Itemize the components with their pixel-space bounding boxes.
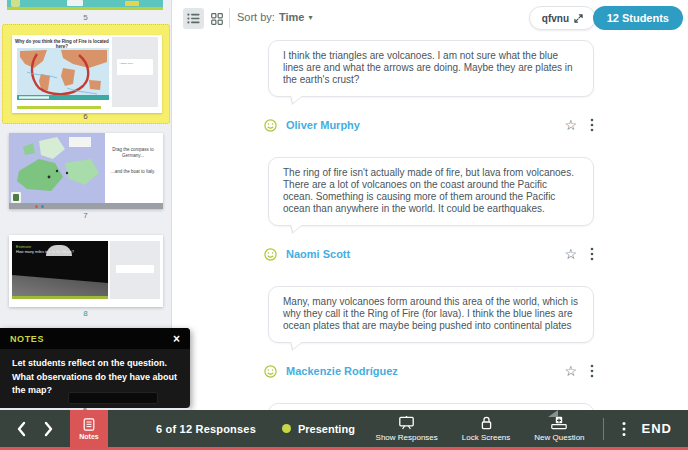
smiley-icon (264, 119, 277, 132)
more-options-icon[interactable] (590, 364, 594, 378)
slide5-decor (67, 0, 83, 6)
slide-thumbnail-8[interactable]: Estimate: How many miles is it to the Mo… (9, 235, 163, 307)
slide8-question: Estimate: How many miles is it to the Mo… (16, 245, 74, 256)
response-actions: ☆ (564, 118, 594, 132)
slide6-progress-bar (17, 106, 101, 109)
lock-screens-label: Lock Screens (462, 433, 510, 442)
response-item: I think the triangles are volcanoes. I a… (268, 40, 594, 133)
sort-dropdown[interactable]: Sort by: Time ▾ (237, 11, 312, 23)
student-name: Naomi Scott (286, 248, 350, 260)
lock-icon (480, 416, 493, 430)
slide7-caption-2: ...and the boat to Italy. (105, 169, 161, 175)
response-meta: Oliver Murphy ☆ (264, 117, 594, 133)
slide8-control-bar (12, 296, 108, 299)
more-options-icon[interactable] (590, 118, 594, 132)
smiley-icon (264, 248, 277, 261)
notes-panel-title: NOTES (10, 334, 44, 344)
star-icon[interactable]: ☆ (564, 364, 577, 378)
chevron-right-icon (44, 421, 54, 437)
slide-number-7: 7 (0, 211, 171, 220)
slide6-answer-box: Answer here (117, 59, 153, 75)
notes-toggle-button[interactable]: Notes (70, 410, 108, 447)
notes-panel-header: NOTES × (0, 328, 190, 349)
slide-thumbnail-6-selected[interactable]: Why do you think the Ring of Fire is loc… (2, 24, 170, 124)
slide7-mascot (11, 192, 21, 203)
new-question-label: New Question (534, 433, 584, 442)
projector-screen-icon (398, 416, 415, 430)
slide7-instructions: Drag the compass to Germany... ...and th… (105, 147, 161, 175)
slide7-toolbar-dot (35, 205, 38, 208)
more-options-icon[interactable] (590, 247, 594, 261)
grid-view-icon (211, 13, 223, 25)
presenter-bottom-bar: Notes 6 of 12 Responses Presenting Show … (0, 410, 688, 450)
presenting-label: Presenting (298, 423, 355, 435)
more-menu-button[interactable] (610, 421, 638, 437)
moon-surface (12, 262, 108, 296)
bottom-bar-actions: Show Responses Lock Screens New Question (364, 416, 688, 442)
close-icon[interactable]: × (173, 333, 180, 345)
response-bubble: I think the triangles are volcanoes. I a… (268, 40, 594, 97)
slide5-decor (11, 0, 20, 7)
responses-count-status: 6 of 12 Responses (156, 423, 256, 435)
sort-value: Time (279, 11, 304, 23)
chevron-left-icon (16, 421, 26, 437)
slide5-decor (125, 1, 139, 6)
next-slide-button[interactable] (40, 417, 58, 441)
slide6-answer-panel: Answer here (112, 37, 158, 107)
chevron-down-icon: ▾ (308, 13, 312, 22)
slide7-toolbar-dot (41, 205, 44, 208)
slide7-toolbar (9, 203, 163, 209)
slide-number-5: 5 (0, 13, 171, 22)
slide-number-8: 8 (0, 309, 171, 318)
notes-icon (83, 418, 95, 431)
slide8-caption-2: How many miles is it to the Moon? (16, 250, 74, 255)
slide-thumbnail-7[interactable]: Drag the compass to Germany... ...and th… (9, 133, 163, 209)
expand-icon (574, 14, 583, 23)
slide8-answer-box (116, 265, 154, 273)
slide8-answer-panel (110, 241, 160, 299)
bottom-bar-divider (603, 418, 604, 440)
show-responses-button[interactable]: Show Responses (364, 416, 450, 442)
europe-map-thumbnail (9, 133, 105, 203)
response-item: Many, many volcanoes form around this ar… (268, 286, 594, 379)
end-session-button[interactable]: END (642, 421, 672, 436)
world-map-thumbnail (17, 48, 109, 100)
session-code-button[interactable]: qfvnu (529, 6, 596, 30)
new-question-button[interactable]: New Question (522, 416, 596, 442)
students-count-button[interactable]: 12 Students (593, 6, 683, 30)
smiley-icon (264, 365, 277, 378)
slide5-progress-bar (7, 7, 163, 10)
slide6-card: Why do you think the Ring of Fire is loc… (12, 35, 162, 113)
show-responses-label: Show Responses (376, 433, 438, 442)
star-icon[interactable]: ☆ (564, 247, 577, 261)
lock-screens-button[interactable]: Lock Screens (450, 416, 522, 442)
slide7-caption-1: Drag the compass to Germany... (105, 147, 161, 159)
notes-input[interactable] (68, 392, 158, 404)
slide-thumbnail-5[interactable] (7, 0, 163, 10)
star-icon[interactable]: ☆ (564, 118, 577, 132)
previous-slide-button[interactable] (12, 417, 30, 441)
list-view-button[interactable] (183, 8, 204, 29)
moon-video-thumbnail: Estimate: How many miles is it to the Mo… (12, 241, 108, 299)
response-bubble: The ring of fire isn't actually made of … (268, 157, 594, 226)
response-bubble: Many, many volcanoes form around this ar… (268, 286, 594, 343)
session-code: qfvnu (542, 13, 569, 24)
student-name: Oliver Murphy (286, 119, 360, 131)
response-actions: ☆ (564, 247, 594, 261)
response-actions: ☆ (564, 364, 594, 378)
responses-toolbar: Sort by: Time ▾ qfvnu 12 Students (173, 0, 688, 36)
list-view-icon (187, 13, 200, 24)
response-meta: Naomi Scott ☆ (264, 246, 594, 262)
new-question-icon (551, 416, 567, 430)
responses-list: I think the triangles are volcanoes. I a… (268, 36, 594, 450)
response-item: The ring of fire isn't actually made of … (268, 157, 594, 262)
slide-number-6: 6 (0, 112, 171, 121)
popover-caret (548, 410, 558, 417)
notes-panel-body: Let students reflect on the question. Wh… (0, 349, 190, 398)
teacher-notes-panel: NOTES × Let students reflect on the ques… (0, 328, 190, 408)
sort-label: Sort by: (237, 11, 275, 23)
notes-button-label: Notes (79, 433, 98, 440)
grid-view-button[interactable] (206, 8, 227, 29)
presenting-status-dot (282, 424, 291, 433)
toolbar-divider (229, 8, 230, 28)
